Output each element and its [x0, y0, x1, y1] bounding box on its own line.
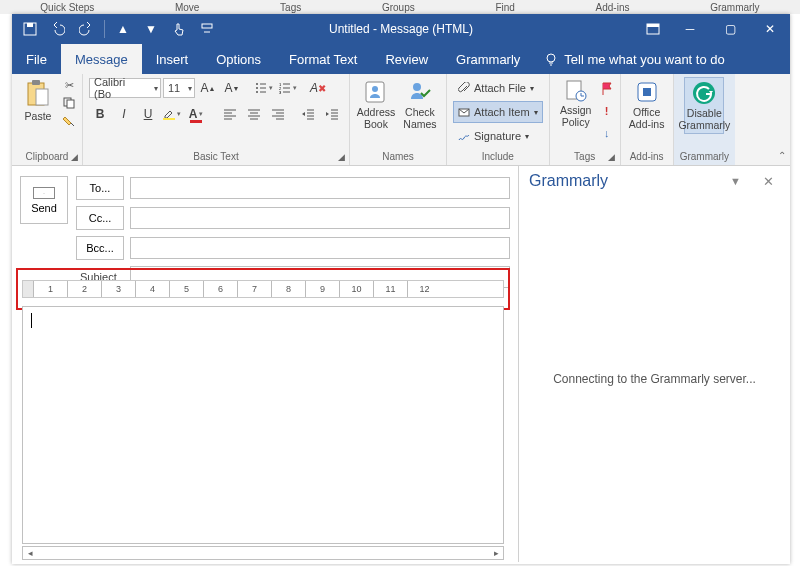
tab-review[interactable]: Review: [371, 44, 442, 74]
grow-font-icon[interactable]: A▲: [197, 77, 219, 99]
align-center-icon[interactable]: [243, 103, 265, 125]
cc-field[interactable]: [130, 207, 510, 229]
svg-rect-10: [67, 100, 74, 108]
align-right-icon[interactable]: [267, 103, 289, 125]
scroll-left-icon[interactable]: ◂: [23, 548, 37, 558]
bold-button[interactable]: B: [89, 103, 111, 125]
message-window: ▲ ▼ Untitled - Message (HTML) ─ ▢ ✕ File…: [12, 14, 790, 564]
redo-icon[interactable]: [74, 17, 98, 41]
bullets-icon[interactable]: [253, 77, 275, 99]
to-button[interactable]: To...: [76, 176, 124, 200]
send-button[interactable]: Send: [20, 176, 68, 224]
svg-point-11: [256, 83, 258, 85]
grammarly-status-text: Connecting to the Grammarly server...: [553, 372, 756, 386]
touch-mode-icon[interactable]: [167, 17, 191, 41]
group-basic-text: Calibri (Bo 11 A▲ A▼ 123 A✖ B I U A: [83, 74, 350, 165]
align-left-icon[interactable]: [219, 103, 241, 125]
basic-text-dialog-launcher[interactable]: ◢: [335, 151, 347, 163]
signature-icon: [458, 130, 470, 142]
svg-rect-2: [202, 24, 212, 28]
save-icon[interactable]: [18, 17, 42, 41]
tab-file[interactable]: File: [12, 44, 61, 74]
pane-menu-icon[interactable]: ▼: [726, 171, 745, 191]
bcc-button[interactable]: Bcc...: [76, 236, 124, 260]
numbering-icon[interactable]: 123: [277, 77, 299, 99]
next-item-icon[interactable]: ▼: [139, 17, 163, 41]
ribbon-tabs: File Message Insert Options Format Text …: [12, 44, 790, 74]
horizontal-ruler[interactable]: 123456789101112: [22, 280, 504, 298]
group-include: Attach File▾ Attach Item▾ Signature▾ Inc…: [447, 74, 550, 165]
maximize-button[interactable]: ▢: [710, 14, 750, 44]
svg-rect-1: [27, 23, 33, 27]
tab-grammarly[interactable]: Grammarly: [442, 44, 534, 74]
shrink-font-icon[interactable]: A▼: [221, 77, 243, 99]
svg-text:3: 3: [279, 90, 282, 94]
ribbon: Paste ✂ Clipboard ◢ Calibri (Bo 11 A▲ A▼: [12, 74, 790, 166]
copy-icon[interactable]: [62, 95, 76, 111]
undo-icon[interactable]: [46, 17, 70, 41]
title-bar: ▲ ▼ Untitled - Message (HTML) ─ ▢ ✕: [12, 14, 790, 44]
group-grammarly: Disable Grammarly Grammarly: [674, 74, 735, 165]
font-color-icon[interactable]: A: [185, 103, 207, 125]
svg-point-13: [256, 91, 258, 93]
attach-file-button[interactable]: Attach File▾: [453, 77, 539, 99]
highlight-icon[interactable]: [161, 103, 183, 125]
scroll-right-icon[interactable]: ▸: [489, 548, 503, 558]
tab-message[interactable]: Message: [61, 44, 142, 74]
font-size-combo[interactable]: 11: [163, 78, 195, 98]
svg-point-20: [413, 83, 421, 91]
horizontal-scrollbar[interactable]: ◂ ▸: [22, 546, 504, 560]
clipboard-dialog-launcher[interactable]: ◢: [68, 151, 80, 163]
svg-rect-8: [36, 89, 48, 105]
pane-close-icon[interactable]: ✕: [757, 170, 780, 193]
svg-rect-17: [163, 118, 175, 120]
to-field[interactable]: [130, 177, 510, 199]
paperclip-icon: [458, 82, 470, 94]
window-controls: ─ ▢ ✕: [670, 14, 790, 44]
decrease-indent-icon[interactable]: [297, 103, 319, 125]
clear-formatting-icon[interactable]: A✖: [307, 77, 329, 99]
svg-point-5: [547, 54, 555, 62]
tags-dialog-launcher[interactable]: ◢: [606, 151, 618, 163]
cut-icon[interactable]: ✂: [62, 77, 76, 93]
background-ribbon-groups: Quick StepsMoveTagsGroupsFindAdd-insGram…: [0, 0, 800, 14]
increase-indent-icon[interactable]: [321, 103, 343, 125]
paste-button[interactable]: Paste: [18, 77, 58, 123]
grammarly-pane: Grammarly ▼ ✕ Connecting to the Grammarl…: [518, 166, 790, 562]
ribbon-display-options-icon[interactable]: [646, 23, 660, 35]
office-addins-button[interactable]: Office Add-ins: [627, 77, 667, 130]
window-title: Untitled - Message (HTML): [329, 22, 473, 36]
group-clipboard: Paste ✂ Clipboard ◢: [12, 74, 83, 165]
disable-grammarly-button[interactable]: Disable Grammarly: [684, 77, 724, 134]
underline-button[interactable]: U: [137, 103, 159, 125]
signature-button[interactable]: Signature▾: [453, 125, 534, 147]
attach-item-button[interactable]: Attach Item▾: [453, 101, 543, 123]
address-book-button[interactable]: Address Book: [356, 77, 396, 130]
bcc-field[interactable]: [130, 237, 510, 259]
grammarly-pane-title: Grammarly: [529, 172, 608, 190]
tab-options[interactable]: Options: [202, 44, 275, 74]
low-importance-icon[interactable]: ↓: [600, 125, 614, 141]
compose-area: Send To... Cc... Bcc...: [12, 166, 518, 562]
follow-up-flag-icon[interactable]: [600, 81, 614, 97]
previous-item-icon[interactable]: ▲: [111, 17, 135, 41]
svg-rect-4: [647, 24, 659, 27]
close-button[interactable]: ✕: [750, 14, 790, 44]
envelope-icon: [33, 187, 55, 199]
format-painter-icon[interactable]: [62, 113, 76, 129]
assign-policy-button[interactable]: Assign Policy: [556, 77, 596, 128]
message-body-editor[interactable]: [22, 306, 504, 544]
minimize-button[interactable]: ─: [670, 14, 710, 44]
tab-insert[interactable]: Insert: [142, 44, 203, 74]
font-name-combo[interactable]: Calibri (Bo: [89, 78, 161, 98]
high-importance-icon[interactable]: !: [600, 103, 614, 119]
svg-point-19: [372, 86, 378, 92]
svg-point-12: [256, 87, 258, 89]
collapse-ribbon-icon[interactable]: ⌃: [778, 150, 786, 161]
check-names-button[interactable]: Check Names: [400, 77, 440, 130]
tell-me-search[interactable]: Tell me what you want to do: [544, 52, 724, 67]
italic-button[interactable]: I: [113, 103, 135, 125]
customize-qat-icon[interactable]: [195, 17, 219, 41]
cc-button[interactable]: Cc...: [76, 206, 124, 230]
tab-format-text[interactable]: Format Text: [275, 44, 371, 74]
